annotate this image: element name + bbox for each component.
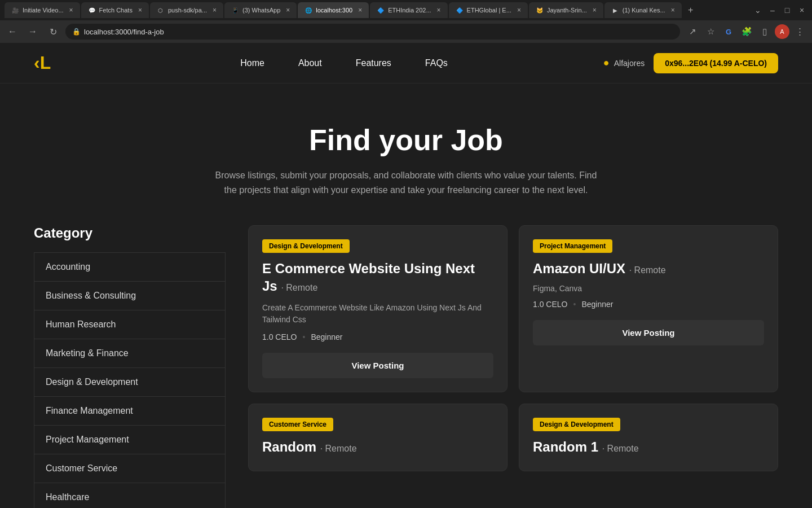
- minimize-button[interactable]: –: [767, 5, 778, 16]
- menu-button[interactable]: ⋮: [792, 24, 807, 40]
- lock-icon: 🔒: [72, 28, 81, 36]
- category-item-accounting[interactable]: Accounting: [34, 252, 226, 281]
- new-tab-button[interactable]: +: [683, 2, 699, 18]
- tab-favicon-4: 🌐: [304, 6, 312, 14]
- tab-1[interactable]: 💬 Fetch Chats ×: [81, 2, 149, 18]
- split-view-button[interactable]: ▯: [757, 24, 773, 40]
- bookmark-button[interactable]: ☆: [703, 24, 718, 40]
- wallet-button[interactable]: 0x96...2E04 (14.99 A-CELO): [654, 53, 778, 73]
- job-dot-0: •: [302, 332, 305, 341]
- job-tag-3: Design & Development: [533, 418, 620, 431]
- tab-favicon-2: ⬡: [157, 6, 165, 14]
- nav-faqs[interactable]: FAQs: [425, 58, 448, 68]
- reload-button[interactable]: ↻: [45, 24, 61, 40]
- nav-about[interactable]: About: [298, 58, 322, 68]
- job-level-1: Beginner: [581, 300, 613, 309]
- hero-title: Find your Job: [23, 123, 789, 157]
- tab-close-2[interactable]: ×: [213, 6, 217, 14]
- tab-2[interactable]: ⬡ push-sdk/pa... ×: [150, 2, 223, 18]
- nav-profile[interactable]: ● Alfajores: [603, 57, 645, 69]
- tab-label-7: Jayanth-Srin...: [547, 7, 587, 14]
- hero-section: Find your Job Browse listings, submit yo…: [0, 84, 812, 225]
- category-item-human-research[interactable]: Human Research: [34, 310, 226, 339]
- nav-home[interactable]: Home: [240, 58, 264, 68]
- tab-favicon-0: 🎥: [11, 6, 19, 14]
- tab-label-4: localhost:300: [316, 7, 352, 14]
- job-meta-1: 1.0 CELO • Beginner: [533, 300, 764, 309]
- forward-button[interactable]: →: [25, 24, 41, 40]
- profile-name: Alfajores: [614, 59, 645, 68]
- tab-7[interactable]: 🐱 Jayanth-Srin... ×: [529, 2, 603, 18]
- job-tag-1: Project Management: [533, 239, 612, 253]
- tab-dropdown-button[interactable]: ⌄: [752, 5, 764, 16]
- tab-6[interactable]: 🔷 ETHGlobal | E... ×: [449, 2, 528, 18]
- tab-label-0: Initiate Video...: [23, 7, 64, 14]
- tab-label-1: Fetch Chats: [99, 7, 133, 14]
- tab-favicon-5: 🔷: [377, 6, 385, 14]
- extensions-button[interactable]: 🧩: [739, 24, 754, 40]
- tab-favicon-8: ▶: [611, 6, 619, 14]
- tab-label-5: ETHIndia 202...: [388, 7, 431, 14]
- tab-close-4[interactable]: ×: [358, 6, 362, 14]
- view-posting-btn-0[interactable]: View Posting: [262, 353, 493, 378]
- category-sidebar: Category Accounting Business & Consultin…: [34, 225, 226, 508]
- tab-close-0[interactable]: ×: [69, 6, 73, 14]
- job-card-2: Customer Service Random · Remote: [248, 404, 508, 471]
- job-skills-1: Figma, Canva: [533, 284, 764, 293]
- google-icon[interactable]: G: [721, 24, 736, 40]
- address-bar-actions: ↗ ☆ G 🧩 ▯ A ⋮: [685, 24, 807, 40]
- category-item-finance[interactable]: Finance Management: [34, 396, 226, 425]
- tab-close-7[interactable]: ×: [593, 6, 597, 14]
- page-content: ‹L Home About Features FAQs ● Alfajores …: [0, 43, 812, 508]
- tab-close-1[interactable]: ×: [138, 6, 142, 14]
- jobs-grid: Design & Development E Commerce Website …: [248, 225, 778, 471]
- close-window-button[interactable]: ×: [796, 5, 807, 16]
- maximize-button[interactable]: □: [782, 5, 793, 16]
- tab-label-3: (3) WhatsApp: [242, 7, 280, 14]
- tab-label-6: ETHGlobal | E...: [467, 7, 511, 14]
- tab-5[interactable]: 🔷 ETHIndia 202... ×: [370, 2, 447, 18]
- job-description-0: Create A Ecommerce Website Like Amazon U…: [262, 302, 493, 326]
- tab-bar: 🎥 Initiate Video... × 💬 Fetch Chats × ⬡ …: [0, 0, 812, 20]
- job-title-2: Random · Remote: [262, 438, 493, 456]
- profile-dot-icon: ●: [603, 57, 610, 69]
- job-meta-0: 1.0 CELO • Beginner: [262, 332, 493, 341]
- category-item-project[interactable]: Project Management: [34, 425, 226, 454]
- tab-controls: ⌄ – □ ×: [752, 5, 807, 16]
- tab-label-8: (1) Kunal Kes...: [623, 7, 665, 14]
- job-card-3: Design & Development Random 1 · Remote: [519, 404, 778, 471]
- navbar: ‹L Home About Features FAQs ● Alfajores …: [0, 43, 812, 84]
- tab-4[interactable]: 🌐 localhost:300 ×: [298, 2, 369, 18]
- category-item-healthcare[interactable]: Healthcare: [34, 483, 226, 508]
- tab-8[interactable]: ▶ (1) Kunal Kes... ×: [604, 2, 682, 18]
- job-level-0: Beginner: [311, 332, 342, 341]
- tab-close-6[interactable]: ×: [517, 6, 521, 14]
- job-celo-1: 1.0 CELO: [533, 300, 567, 309]
- tab-0[interactable]: 🎥 Initiate Video... ×: [5, 2, 80, 18]
- category-item-design[interactable]: Design & Development: [34, 367, 226, 396]
- tab-favicon-3: 📱: [231, 6, 239, 14]
- job-celo-0: 1.0 CELO: [262, 332, 297, 341]
- tab-favicon-7: 🐱: [536, 6, 544, 14]
- profile-avatar[interactable]: A: [775, 24, 789, 39]
- tab-close-3[interactable]: ×: [286, 6, 290, 14]
- logo-icon: ‹L: [34, 52, 51, 73]
- nav-links: Home About Features FAQs: [85, 58, 603, 68]
- address-bar[interactable]: 🔒 localhost:3000/find-a-job: [65, 24, 680, 40]
- site-logo[interactable]: ‹L: [34, 52, 51, 73]
- view-posting-btn-1[interactable]: View Posting: [533, 320, 764, 345]
- job-dot-1: •: [573, 300, 576, 309]
- share-button[interactable]: ↗: [685, 24, 700, 40]
- tab-close-5[interactable]: ×: [437, 6, 441, 14]
- category-item-business[interactable]: Business & Consulting: [34, 281, 226, 310]
- category-item-customer[interactable]: Customer Service: [34, 454, 226, 483]
- tab-favicon-6: 🔷: [456, 6, 464, 14]
- back-button[interactable]: ←: [5, 24, 20, 40]
- hero-subtitle: Browse listings, submit your proposals, …: [214, 168, 598, 197]
- browser-chrome: 🎥 Initiate Video... × 💬 Fetch Chats × ⬡ …: [0, 0, 812, 43]
- category-item-marketing[interactable]: Marketing & Finance: [34, 339, 226, 367]
- tab-3[interactable]: 📱 (3) WhatsApp ×: [224, 2, 297, 18]
- main-content: Category Accounting Business & Consultin…: [0, 225, 812, 508]
- tab-close-8[interactable]: ×: [671, 6, 675, 14]
- nav-features[interactable]: Features: [356, 58, 391, 68]
